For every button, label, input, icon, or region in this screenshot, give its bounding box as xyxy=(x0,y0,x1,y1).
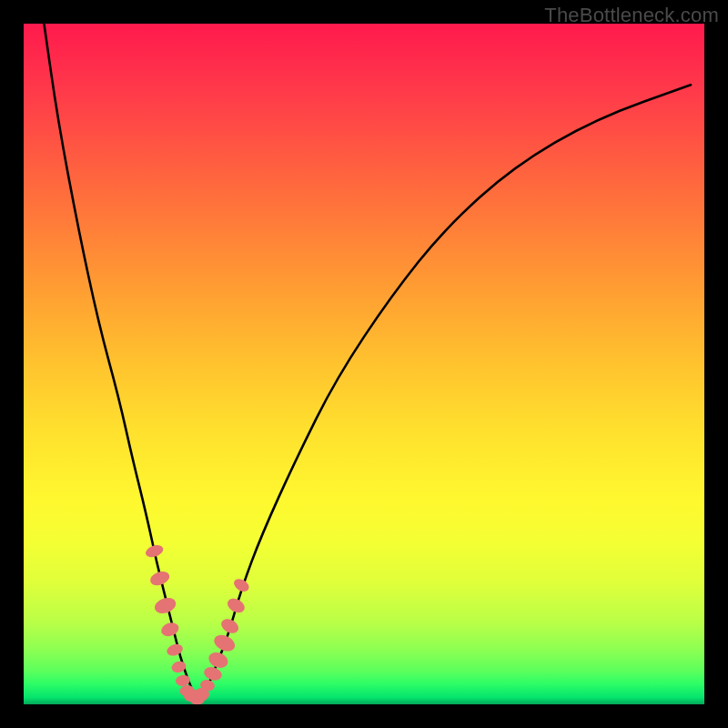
plot-area xyxy=(24,24,704,704)
outer-frame: TheBottleneck.com xyxy=(0,0,728,728)
marker-dot xyxy=(218,616,240,636)
highlight-markers xyxy=(144,543,251,704)
chart-svg xyxy=(24,24,704,704)
marker-dot xyxy=(225,595,247,615)
marker-dot xyxy=(144,543,165,560)
curve-path xyxy=(44,24,691,696)
marker-dot xyxy=(159,621,181,639)
watermark-text: TheBottleneck.com xyxy=(544,4,719,27)
marker-dot xyxy=(211,632,238,654)
marker-dot xyxy=(153,595,178,616)
curve-line xyxy=(44,24,691,696)
marker-dot xyxy=(148,569,171,588)
marker-dot xyxy=(175,674,191,688)
marker-dot xyxy=(166,642,185,658)
